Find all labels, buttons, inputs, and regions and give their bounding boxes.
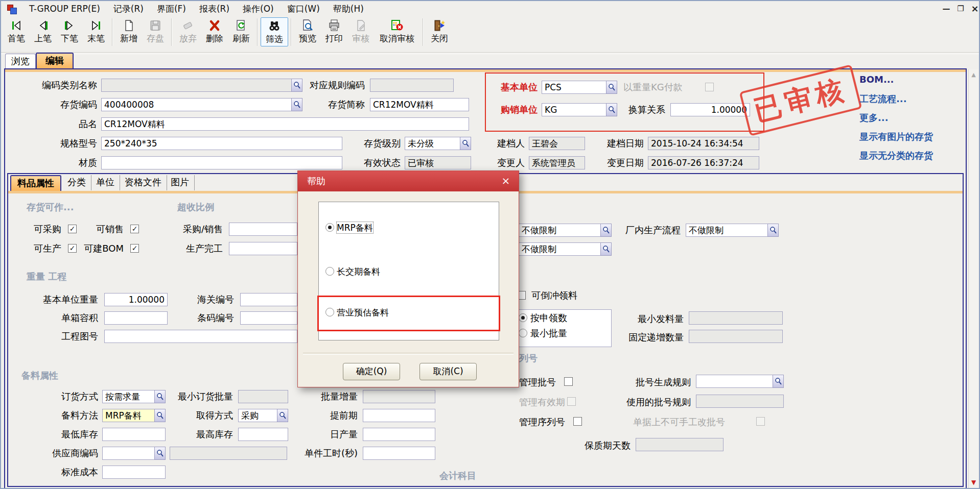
subtab-item-attributes[interactable]: 料品属性 (10, 175, 61, 191)
minimize-button[interactable]: — (940, 4, 952, 14)
tab-browse[interactable]: 浏览 (5, 54, 36, 69)
first-record-button[interactable]: 首笔 (3, 17, 30, 45)
rule-code-field[interactable] (370, 79, 454, 92)
subtab-unit[interactable]: 单位 (91, 175, 120, 190)
mrp-prep-radio[interactable] (325, 223, 334, 232)
menu-interface[interactable]: 界面(F) (150, 2, 193, 16)
daily-output-field[interactable] (363, 428, 435, 441)
next-record-button[interactable]: 下笔 (56, 17, 83, 45)
menu-app[interactable]: T-GROUP ERP(E) (22, 3, 107, 15)
code-category-field[interactable] (101, 79, 302, 92)
menu-record[interactable]: 记录(R) (107, 2, 150, 16)
refresh-button[interactable]: 刷新 (228, 17, 254, 45)
limit2-field[interactable]: 不做限制 (519, 242, 612, 256)
pay-by-weight-checkbox[interactable] (705, 83, 714, 91)
purchase-sales-ratio-field[interactable] (229, 223, 297, 236)
drawing-no-field[interactable] (104, 330, 297, 343)
conversion-field[interactable]: 1.00000 (670, 103, 750, 116)
cancel-button[interactable]: 取消(C) (419, 363, 477, 380)
bom-buildable-checkbox[interactable] (130, 244, 139, 253)
box-volume-field[interactable] (104, 311, 168, 325)
ok-button[interactable]: 确定(Q) (343, 363, 400, 380)
long-lead-prep-radio[interactable] (325, 267, 334, 276)
link-show-with-images[interactable]: 显示有图片的存货 (859, 131, 933, 143)
scroll-up-icon[interactable]: ▲ (969, 70, 978, 80)
std-cost-field[interactable] (102, 466, 166, 479)
batch-rule-field[interactable] (696, 375, 784, 388)
manage-expiry-checkbox[interactable] (567, 397, 576, 406)
unit-weight-field[interactable]: 1.00000 (104, 293, 168, 306)
customs-code-field[interactable] (240, 293, 297, 306)
filter-button[interactable]: 筛选 (261, 17, 288, 46)
scroll-down-icon[interactable]: ▼ (969, 478, 978, 487)
no-manual-batch-checkbox[interactable] (756, 417, 765, 426)
manage-batch-checkbox[interactable] (564, 377, 573, 386)
unit-hours-field[interactable] (363, 447, 435, 460)
lookup-icon[interactable] (154, 447, 166, 460)
print-button[interactable]: 打印 (321, 17, 347, 45)
subtab-classification[interactable]: 分类 (62, 175, 91, 190)
new-button[interactable]: 新增 (115, 17, 142, 45)
lookup-icon[interactable] (606, 103, 617, 116)
cancel-audit-button[interactable]: 取消审核 (374, 17, 420, 45)
mrp-prep-label[interactable]: MRP备料 (337, 222, 373, 233)
audit-button[interactable]: 审核 (347, 17, 374, 45)
item-short-field[interactable]: CR12MOV精料 (370, 98, 469, 111)
lookup-icon[interactable] (277, 409, 288, 422)
barcode-field[interactable] (240, 311, 297, 325)
lookup-icon[interactable] (291, 98, 302, 111)
prev-record-button[interactable]: 上笔 (30, 17, 56, 45)
restore-button[interactable]: ❐ (954, 4, 967, 14)
lookup-icon[interactable] (460, 137, 471, 150)
menu-help[interactable]: 帮助(H) (326, 2, 370, 16)
lookup-icon[interactable] (600, 224, 612, 237)
purchasable-checkbox[interactable] (68, 225, 77, 233)
link-process-flow[interactable]: 工艺流程... (859, 93, 907, 105)
limit1-field[interactable]: 不做限制 (519, 224, 612, 237)
lookup-icon[interactable] (773, 375, 784, 388)
save-button[interactable]: 存盘 (142, 17, 169, 45)
sellable-checkbox[interactable] (130, 225, 139, 233)
lookup-icon[interactable] (606, 81, 617, 94)
min-batch-radio[interactable] (519, 329, 527, 337)
item-code-field[interactable]: 400400008 (101, 98, 302, 111)
preview-button[interactable]: 预览 (294, 17, 321, 45)
last-record-button[interactable]: 末笔 (83, 17, 109, 45)
vertical-scrollbar[interactable]: ▲ ▼ (968, 69, 978, 488)
discard-button[interactable]: 放弃 (175, 17, 201, 45)
item-name-field[interactable]: CR12MOV精料 (101, 117, 469, 131)
menu-window[interactable]: 窗口(W) (281, 2, 326, 16)
factory-flow-field[interactable]: 不做限制 (686, 224, 779, 237)
shelf-life-field[interactable] (636, 438, 724, 451)
long-lead-prep-label[interactable]: 长交期备料 (337, 266, 380, 277)
link-more[interactable]: 更多... (859, 112, 889, 124)
lookup-icon[interactable] (154, 409, 166, 422)
link-bom[interactable]: BOM... (859, 74, 894, 85)
by-request-radio[interactable] (519, 313, 527, 322)
by-request-label: 按申领数 (530, 311, 567, 325)
manage-serial-checkbox[interactable] (573, 417, 582, 426)
max-stock-field[interactable] (238, 428, 288, 441)
close-form-button[interactable]: 关闭 (426, 17, 453, 45)
link-show-unclassified[interactable]: 显示无分类的存货 (859, 150, 933, 162)
tab-edit[interactable]: 编辑 (36, 53, 74, 70)
min-stock-field[interactable] (102, 428, 166, 441)
producible-checkbox[interactable] (68, 244, 77, 253)
close-button[interactable]: × (969, 4, 980, 14)
production-finish-field[interactable] (229, 242, 297, 255)
menu-operate[interactable]: 操作(O) (236, 2, 281, 16)
purchasable-label: 可采购 (21, 223, 61, 236)
menu-report[interactable]: 报表(R) (193, 2, 236, 16)
spec-field[interactable]: 250*240*35 (101, 137, 342, 150)
subtab-image[interactable]: 图片 (166, 175, 195, 190)
lookup-icon[interactable] (291, 79, 302, 92)
subtab-qualification[interactable]: 资格文件 (120, 175, 167, 190)
delete-button[interactable]: 删除 (201, 17, 228, 45)
material-field[interactable] (101, 156, 342, 169)
lookup-icon[interactable] (600, 242, 612, 256)
toolbar-divider (1, 52, 979, 54)
dialog-close-icon[interactable]: × (499, 174, 512, 187)
lookup-icon[interactable] (767, 224, 779, 237)
lookup-icon[interactable] (154, 390, 166, 403)
lead-time-field[interactable] (363, 409, 435, 422)
